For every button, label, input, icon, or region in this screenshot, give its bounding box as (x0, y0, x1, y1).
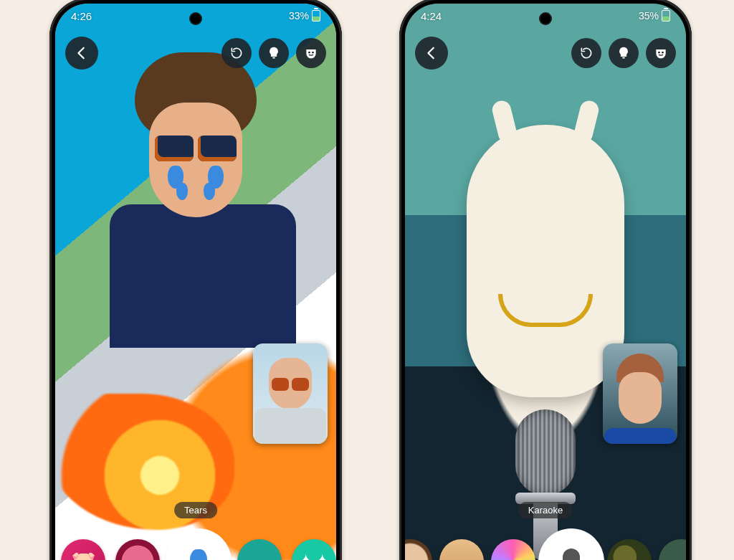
effects-button[interactable] (296, 38, 326, 68)
remote-person (110, 52, 282, 267)
history-button[interactable] (221, 38, 252, 68)
tear-icon (176, 183, 188, 200)
effect-camo[interactable] (607, 539, 652, 560)
effect-carousel[interactable] (405, 524, 686, 560)
svg-point-3 (662, 52, 664, 54)
camera-notch (540, 14, 550, 24)
effect-pig[interactable]: 🐷 (61, 539, 105, 560)
battery-icon (312, 10, 320, 22)
effect-karaoke-selected[interactable] (543, 533, 600, 560)
back-arrow-icon (74, 45, 90, 61)
effect-tears-selected[interactable] (170, 533, 227, 560)
lightbulb-icon (616, 46, 631, 60)
effect-caricature[interactable] (439, 539, 484, 560)
effect-label: Karaoke (518, 502, 573, 518)
battery-percent: 33% (289, 10, 309, 22)
microphone-icon (563, 549, 580, 560)
top-toolbar (405, 37, 686, 70)
self-view[interactable] (603, 343, 677, 444)
llama-graphic (467, 125, 624, 397)
effect-rainbow[interactable] (491, 539, 535, 560)
phone-right: 4:24 35% (399, 0, 692, 560)
remote-video (55, 4, 336, 560)
svg-point-0 (308, 52, 310, 54)
screen: 4:26 33% (55, 4, 336, 560)
self-view[interactable] (253, 343, 328, 444)
effects-button[interactable] (646, 38, 676, 68)
battery-percent: 35% (639, 10, 659, 22)
top-toolbar (55, 37, 336, 70)
camera-notch (191, 14, 201, 24)
clock: 4:24 (421, 10, 442, 22)
back-button[interactable] (415, 37, 448, 70)
back-button[interactable] (65, 37, 98, 70)
effect-carousel[interactable]: 🐷 ✦✦ (55, 524, 336, 560)
back-arrow-icon (424, 45, 439, 61)
effect-avatar[interactable] (405, 539, 432, 560)
svg-point-1 (312, 52, 314, 54)
clock: 4:26 (71, 10, 92, 22)
lighting-button[interactable] (259, 38, 289, 68)
screen: 4:24 35% (405, 4, 686, 560)
effect-label: Tears (174, 502, 217, 518)
effect-forest[interactable] (659, 539, 686, 560)
lightbulb-icon (267, 46, 281, 60)
effect-teal[interactable] (237, 539, 282, 560)
svg-point-2 (658, 52, 660, 54)
lighting-button[interactable] (609, 38, 639, 68)
phone-left: 4:26 33% (49, 0, 342, 560)
tear-drop-icon (190, 549, 207, 560)
battery-icon (662, 10, 670, 22)
history-icon (579, 46, 594, 60)
tear-icon (204, 183, 215, 200)
history-button[interactable] (571, 38, 601, 68)
mask-icon (304, 46, 318, 60)
effect-ring[interactable] (115, 539, 160, 560)
effect-sparkle[interactable]: ✦✦ (292, 539, 336, 560)
mask-icon (654, 46, 668, 60)
history-icon (229, 46, 244, 60)
